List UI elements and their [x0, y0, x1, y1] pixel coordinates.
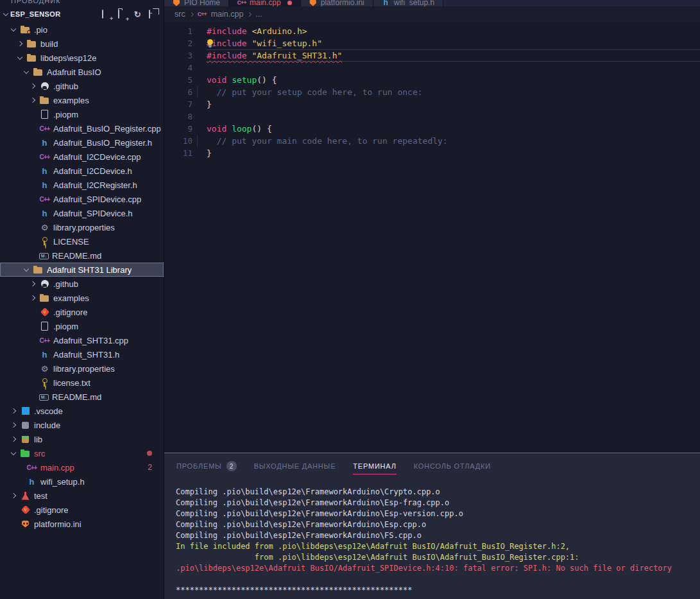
editor-tabbar: PIO HomeC++main.cppplatformio.inihwifi_s…: [164, 0, 700, 6]
editor-tab[interactable]: hwifi_setup.h: [373, 0, 443, 6]
tree-item[interactable]: LICENSE: [0, 234, 164, 248]
tree-item[interactable]: lib: [0, 432, 164, 446]
gear-icon: ⚙: [39, 222, 50, 232]
tree-item[interactable]: .piopm: [0, 319, 164, 333]
tree-item[interactable]: C++Adafruit_BusIO_Register.cpp: [0, 121, 164, 135]
editor-tab[interactable]: platformio.ini: [301, 0, 373, 6]
panel-tab[interactable]: КОНСОЛЬ ОТЛАДКИ: [414, 453, 491, 479]
chevron-slot: [11, 453, 20, 455]
collapse-all-icon[interactable]: [149, 10, 157, 19]
tree-item[interactable]: test: [0, 489, 164, 503]
chevron-slot: [11, 423, 20, 427]
breadcrumb-item[interactable]: ...: [255, 10, 262, 19]
tree-item[interactable]: examples: [0, 291, 164, 305]
chevron-slot: [11, 409, 20, 413]
tree-item[interactable]: ⚙library.properties: [0, 220, 164, 234]
refresh-icon[interactable]: ↻: [134, 10, 141, 19]
tree-item-label: Adafruit_BusIO_Register.cpp: [53, 124, 161, 134]
cpp-icon: C++: [237, 0, 246, 6]
tree-item[interactable]: C++Adafruit_SPIDevice.cpp: [0, 192, 164, 206]
token: [226, 75, 232, 85]
folder-icon: [33, 265, 44, 275]
chevron-slot: [30, 98, 39, 102]
pio-icon: [309, 0, 317, 6]
tree-item[interactable]: license.txt: [0, 376, 164, 390]
tree-item[interactable]: C++Adafruit_I2CDevice.cpp: [0, 150, 164, 164]
tree-item[interactable]: .gitignore: [0, 503, 164, 517]
code-text: void setup() {: [207, 75, 277, 85]
line-number: 3: [164, 51, 192, 60]
tree-item-label: Adafruit BusIO: [47, 67, 101, 77]
tree-item-label: Adafruit_I2CDevice.cpp: [53, 152, 141, 162]
tree-item-label: Adafruit_SPIDevice.h: [53, 209, 133, 218]
line-number: 8: [164, 112, 192, 121]
git-icon: [39, 307, 50, 317]
tree-item[interactable]: .pio: [0, 22, 164, 37]
tree-item[interactable]: examples: [0, 93, 164, 107]
tree-item[interactable]: hAdafruit_I2CRegister.h: [0, 178, 164, 192]
terminal-line: .pio\libdeps\esp12e\Adafruit BusIO/Adafr…: [176, 563, 700, 574]
tab-label: wifi_setup.h: [394, 0, 434, 6]
code-text: #include <Arduino.h>: [207, 26, 307, 36]
tree-item-label: wifi_setup.h: [40, 477, 85, 487]
new-file-icon[interactable]: [102, 10, 110, 19]
lightbulb-icon[interactable]: [207, 39, 214, 47]
tree-item-label: test: [34, 491, 47, 501]
token: }: [207, 148, 212, 158]
tree-item[interactable]: C++Adafruit_SHT31.cpp: [0, 333, 164, 347]
tree-item[interactable]: platformio.ini: [0, 517, 164, 531]
tree-item[interactable]: ⚙library.properties: [0, 361, 164, 376]
tree-item[interactable]: libdeps\esp12e: [0, 51, 164, 65]
chevron-slot: [17, 57, 26, 59]
tree-item[interactable]: hwifi_setup.h: [0, 474, 164, 489]
breadcrumb-separator-icon: [247, 12, 252, 16]
panel-tab[interactable]: ТЕРМИНАЛ: [353, 453, 396, 479]
breadcrumb-item[interactable]: main.cpp: [211, 10, 244, 19]
tree-item[interactable]: .github: [0, 79, 164, 93]
tree-item-label: README.md: [52, 251, 101, 261]
project-section-header[interactable]: ESP_SENSOR ↻: [0, 6, 164, 22]
tree-item[interactable]: M↓README.md: [0, 248, 164, 263]
code-text: // put your setup code here, to run once…: [207, 87, 423, 97]
tab-label: platformio.ini: [321, 0, 364, 6]
tree-item[interactable]: C++main.cpp2: [0, 460, 164, 474]
tree-item[interactable]: .github: [0, 277, 164, 291]
terminal-output[interactable]: Compiling .pio\build\esp12e\FrameworkArd…: [164, 479, 700, 599]
tree-item[interactable]: Adafruit SHT31 Library: [0, 263, 164, 277]
tree-item[interactable]: build: [0, 37, 164, 51]
bottom-panel: ПРОБЛЕМЫ2ВЫХОДНЫЕ ДАННЫЕТЕРМИНАЛКОНСОЛЬ …: [164, 453, 700, 599]
tree-item[interactable]: hAdafruit_SHT31.h: [0, 347, 164, 361]
tree-item[interactable]: include: [0, 418, 164, 432]
chevron-slot: [30, 296, 39, 300]
editor-tab[interactable]: PIO Home: [164, 0, 229, 6]
tree-item[interactable]: src: [0, 446, 164, 460]
tree-item-label: src: [34, 449, 45, 458]
code-editor[interactable]: 1#include <Arduino.h>2#include "wifi_set…: [164, 22, 700, 453]
token: "wifi_setup.h": [252, 39, 322, 48]
vscode-window: ПРОВОДНИК ESP_SENSOR ↻ .piobuildlibdeps\…: [0, 0, 700, 599]
breadcrumb-item[interactable]: src: [175, 10, 185, 19]
tree-item[interactable]: hAdafruit_SPIDevice.h: [0, 206, 164, 220]
token: () {: [252, 124, 271, 134]
tree-item-label: Adafruit_SHT31.cpp: [53, 336, 128, 345]
tree-item[interactable]: hAdafruit_I2CDevice.h: [0, 164, 164, 178]
token: [207, 87, 217, 97]
tree-item-label: Adafruit_SHT31.h: [53, 350, 119, 360]
tree-item[interactable]: hAdafruit_BusIO_Register.h: [0, 135, 164, 150]
chevron-down-icon: [17, 54, 22, 59]
tree-item[interactable]: .piopm: [0, 107, 164, 121]
tree-item[interactable]: .gitignore: [0, 305, 164, 319]
tree-item[interactable]: Adafruit BusIO: [0, 65, 164, 79]
panel-tab[interactable]: ПРОБЛЕМЫ2: [176, 453, 237, 479]
tree-item[interactable]: M↓README.md: [0, 390, 164, 404]
chevron-right-icon: [30, 295, 35, 300]
cpp-icon: C++: [39, 194, 50, 204]
new-folder-icon[interactable]: [118, 10, 126, 19]
panel-tab[interactable]: ВЫХОДНЫЕ ДАННЫЕ: [254, 453, 336, 479]
test-icon: [20, 490, 31, 501]
chevron-right-icon: [30, 83, 35, 89]
tree-item[interactable]: .vscode: [0, 404, 164, 418]
folder-icon: [39, 293, 50, 303]
token: loop: [232, 124, 252, 134]
editor-tab[interactable]: C++main.cpp: [229, 0, 301, 6]
